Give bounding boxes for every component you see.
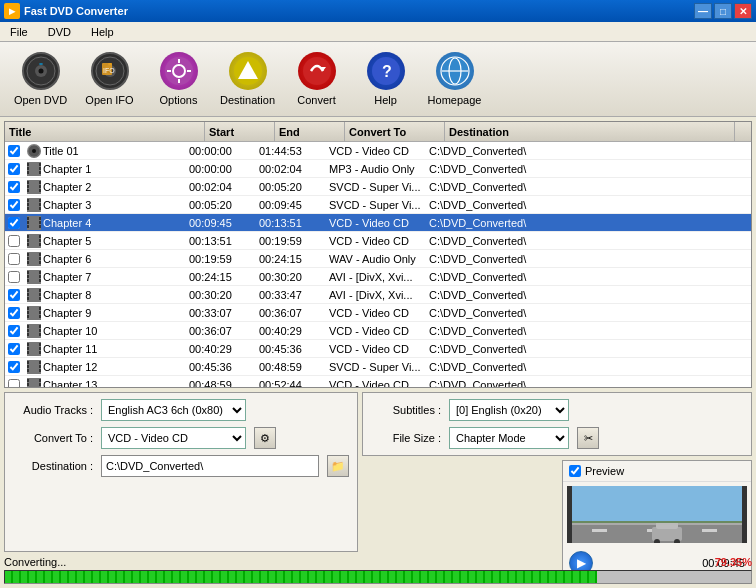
menu-dvd[interactable]: DVD [42, 24, 77, 40]
table-row[interactable]: Chapter 13 00:48:59 00:52:44 VCD - Video… [5, 376, 751, 387]
row-title: Chapter 2 [23, 180, 185, 194]
table-row[interactable]: Chapter 3 00:05:20 00:09:45 SVCD - Super… [5, 196, 751, 214]
menu-help[interactable]: Help [85, 24, 120, 40]
subtitles-label: Subtitles : [371, 404, 441, 416]
row-end: 00:02:04 [255, 163, 325, 175]
table-row[interactable]: Chapter 1 00:00:00 00:02:04 MP3 - Audio … [5, 160, 751, 178]
open-ifo-button[interactable]: IFO Open IFO [77, 47, 142, 112]
row-checkbox[interactable] [5, 361, 23, 373]
svg-rect-80 [27, 297, 29, 300]
table-row[interactable]: Chapter 10 00:36:07 00:40:29 VCD - Video… [5, 322, 751, 340]
row-convert: WAV - Audio Only [325, 253, 425, 265]
open-dvd-button[interactable]: Open DVD [8, 47, 73, 112]
preview-checkbox[interactable] [569, 465, 581, 477]
row-checkbox[interactable] [5, 289, 23, 301]
row-checkbox[interactable] [5, 253, 23, 265]
convert-to-select[interactable]: VCD - Video CD [101, 427, 246, 449]
row-start: 00:19:59 [185, 253, 255, 265]
svg-rect-68 [39, 257, 41, 260]
table-row[interactable]: Chapter 7 00:24:15 00:30:20 AVI - [DivX,… [5, 268, 751, 286]
svg-point-27 [32, 149, 36, 153]
menu-file[interactable]: File [4, 24, 34, 40]
svg-rect-45 [27, 207, 29, 210]
audio-tracks-select[interactable]: English AC3 6ch (0x80) [101, 399, 246, 421]
close-button[interactable]: ✕ [734, 3, 752, 19]
svg-rect-75 [39, 275, 41, 278]
table-row[interactable]: Chapter 5 00:13:51 00:19:59 VCD - Video … [5, 232, 751, 250]
svg-rect-104 [39, 351, 41, 354]
svg-rect-134 [572, 521, 742, 523]
row-start: 00:36:07 [185, 325, 255, 337]
row-checkbox[interactable] [5, 181, 23, 193]
options-button[interactable]: Options [146, 47, 211, 112]
bottom-area: Audio Tracks : English AC3 6ch (0x80) Co… [4, 392, 752, 552]
table-row[interactable]: Chapter 4 00:09:45 00:13:51 VCD - Video … [5, 214, 751, 232]
file-list-container: Title Start End Convert To Destination T… [4, 121, 752, 388]
subtitles-select[interactable]: [0] English (0x20) [449, 399, 569, 421]
svg-rect-124 [702, 529, 717, 532]
main-content: Title Start End Convert To Destination T… [0, 117, 756, 588]
row-checkbox[interactable] [5, 145, 23, 157]
help-button[interactable]: ? Help [353, 47, 418, 112]
file-size-select[interactable]: Chapter Mode [449, 427, 569, 449]
svg-rect-91 [27, 324, 41, 338]
table-row[interactable]: Chapter 9 00:33:07 00:36:07 VCD - Video … [5, 304, 751, 322]
row-checkbox[interactable] [5, 307, 23, 319]
destination-label: Destination [220, 94, 275, 106]
row-checkbox[interactable] [5, 379, 23, 388]
table-row[interactable]: Chapter 11 00:40:29 00:45:36 VCD - Video… [5, 340, 751, 358]
maximize-button[interactable]: □ [714, 3, 732, 19]
table-row[interactable]: Title 01 00:00:00 01:44:53 VCD - Video C… [5, 142, 751, 160]
svg-rect-107 [27, 365, 29, 368]
svg-rect-82 [39, 293, 41, 296]
minimize-button[interactable]: — [694, 3, 712, 19]
table-row[interactable]: Chapter 6 00:19:59 00:24:15 WAV - Audio … [5, 250, 751, 268]
row-start: 00:30:20 [185, 289, 255, 301]
svg-rect-40 [39, 185, 41, 188]
row-checkbox[interactable] [5, 235, 23, 247]
row-checkbox[interactable] [5, 217, 23, 229]
row-end: 00:24:15 [255, 253, 325, 265]
row-title: Chapter 8 [23, 288, 185, 302]
options-label: Options [160, 94, 198, 106]
svg-rect-88 [39, 307, 41, 310]
svg-rect-48 [39, 207, 41, 210]
destination-label-field: Destination : [13, 460, 93, 472]
row-title: Title 01 [23, 144, 185, 158]
row-end: 01:44:53 [255, 145, 325, 157]
browse-dest-button[interactable]: 📁 [327, 455, 349, 477]
row-checkbox[interactable] [5, 163, 23, 175]
row-title: Chapter 1 [23, 162, 185, 176]
row-end: 00:05:20 [255, 181, 325, 193]
convert-button[interactable]: Convert [284, 47, 349, 112]
table-row[interactable]: Chapter 2 00:02:04 00:05:20 SVCD - Super… [5, 178, 751, 196]
svg-rect-114 [27, 383, 29, 386]
row-convert: SVCD - Super Vi... [325, 361, 425, 373]
svg-rect-53 [39, 217, 41, 220]
convert-to-settings-button[interactable]: ⚙ [254, 427, 276, 449]
destination-input[interactable] [101, 455, 319, 477]
table-row[interactable]: Chapter 8 00:30:20 00:33:47 AVI - [DivX,… [5, 286, 751, 304]
convert-to-label: Convert To : [13, 432, 93, 444]
file-size-settings-button[interactable]: ✂ [577, 427, 599, 449]
svg-rect-79 [27, 293, 29, 296]
row-dest: C:\DVD_Converted\ [425, 163, 751, 175]
file-list-scroll[interactable]: Title 01 00:00:00 01:44:53 VCD - Video C… [5, 142, 751, 387]
row-dest: C:\DVD_Converted\ [425, 325, 751, 337]
row-end: 00:48:59 [255, 361, 325, 373]
svg-rect-61 [39, 239, 41, 242]
open-dvd-icon [22, 52, 60, 90]
svg-rect-43 [27, 199, 29, 202]
help-icon: ? [367, 52, 405, 90]
row-checkbox[interactable] [5, 343, 23, 355]
destination-icon [229, 52, 267, 90]
destination-button[interactable]: Destination [215, 47, 280, 112]
row-convert: VCD - Video CD [325, 235, 425, 247]
row-start: 00:24:15 [185, 271, 255, 283]
row-checkbox[interactable] [5, 199, 23, 211]
table-row[interactable]: Chapter 12 00:45:36 00:48:59 SVCD - Supe… [5, 358, 751, 376]
row-checkbox[interactable] [5, 271, 23, 283]
homepage-button[interactable]: Homepage [422, 47, 487, 112]
svg-rect-106 [27, 361, 29, 364]
row-checkbox[interactable] [5, 325, 23, 337]
